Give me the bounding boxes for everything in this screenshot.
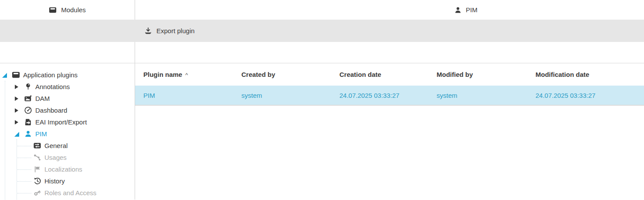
- image-icon: [24, 94, 32, 103]
- column-header-modification-date[interactable]: Modification date: [527, 71, 644, 78]
- plugins-table-panel: Plugin name^ Created by Creation date Mo…: [135, 63, 644, 200]
- flag-icon: [33, 165, 41, 173]
- expanded-expander-icon[interactable]: [14, 131, 19, 137]
- tree-item-general[interactable]: General: [0, 140, 135, 152]
- modules-tree-panel: Application plugins Annotations DAM Dash…: [0, 63, 135, 200]
- column-header-creation-date[interactable]: Creation date: [331, 71, 428, 78]
- tree-item-usages[interactable]: Usages: [0, 152, 135, 163]
- modules-box-icon: [12, 71, 20, 79]
- content-area: Application plugins Annotations DAM Dash…: [0, 63, 644, 200]
- tree-item-history[interactable]: History: [0, 175, 135, 187]
- history-icon: [33, 177, 41, 185]
- tree-item-label: DAM: [35, 95, 50, 102]
- column-header-plugin-name[interactable]: Plugin name^: [135, 71, 233, 78]
- tree-item-label: Roles and Access: [44, 189, 96, 197]
- tree-item-annotations[interactable]: Annotations: [0, 81, 135, 93]
- toolbar: Export plugin: [0, 20, 644, 42]
- modules-box-icon: [49, 6, 57, 14]
- share-icon: [33, 153, 41, 162]
- tree-item-roles-and-access[interactable]: Roles and Access: [0, 187, 135, 199]
- tree-item-label: General: [44, 142, 68, 149]
- modules-tree: Application plugins Annotations DAM Dash…: [0, 69, 135, 199]
- pin-icon: [24, 83, 32, 91]
- tree-item-label: Application plugins: [23, 71, 78, 79]
- person-icon: [454, 6, 462, 14]
- export-plugin-label: Export plugin: [156, 27, 195, 34]
- tree-item-label: Dashboard: [35, 107, 67, 114]
- collapsed-expander-icon[interactable]: [14, 84, 19, 90]
- tree-item-label: History: [44, 177, 65, 185]
- sort-ascending-icon: ^: [185, 72, 188, 78]
- cell-plugin-name: PIM: [135, 92, 233, 99]
- tree-item-dashboard[interactable]: Dashboard: [0, 104, 135, 116]
- column-header-created-by[interactable]: Created by: [233, 71, 331, 78]
- gauge-icon: [24, 106, 32, 114]
- export-plugin-button[interactable]: Export plugin: [144, 27, 195, 35]
- cell-modification-date: 24.07.2025 03:33:27: [527, 92, 644, 99]
- cell-created-by: system: [233, 92, 331, 99]
- detail-panel-title-group: PIM: [454, 0, 478, 20]
- table-row[interactable]: PIMsystem24.07.2025 03:33:27system24.07.…: [135, 86, 644, 106]
- spacer-row: [0, 42, 644, 63]
- person-icon: [24, 130, 32, 138]
- main-spacer: [135, 42, 644, 63]
- table-header-row: Plugin name^ Created by Creation date Mo…: [135, 63, 644, 86]
- modules-panel-header: Modules: [0, 0, 135, 20]
- tree-item-application-plugins[interactable]: Application plugins: [0, 69, 135, 81]
- tree-item-pim[interactable]: PIM: [0, 128, 135, 140]
- tree-item-label: EAI Import/Export: [35, 118, 87, 126]
- collapsed-expander-icon[interactable]: [14, 108, 19, 113]
- modules-panel-title: Modules: [61, 6, 86, 14]
- tree-item-localizations[interactable]: Localizations: [0, 163, 135, 175]
- detail-panel-title: PIM: [466, 6, 478, 14]
- table-body: PIMsystem24.07.2025 03:33:27system24.07.…: [135, 86, 644, 106]
- top-header: Modules PIM: [0, 0, 644, 20]
- sidebar-spacer: [0, 42, 135, 63]
- cell-modified-by: system: [428, 92, 527, 99]
- document-arrow-icon: [24, 118, 32, 126]
- detail-panel-header: PIM: [135, 0, 644, 20]
- tree-item-label: Usages: [44, 154, 67, 161]
- tree-item-eai-import-export[interactable]: EAI Import/Export: [0, 116, 135, 128]
- collapsed-expander-icon[interactable]: [14, 96, 19, 101]
- tree-item-label: Localizations: [44, 166, 82, 173]
- column-header-modified-by[interactable]: Modified by: [428, 71, 527, 78]
- tree-item-label: Annotations: [35, 83, 70, 90]
- download-icon: [144, 27, 152, 35]
- collapsed-expander-icon[interactable]: [14, 120, 19, 125]
- key-icon: [33, 189, 41, 197]
- tree-item-label: PIM: [35, 130, 47, 138]
- cell-creation-date: 24.07.2025 03:33:27: [331, 92, 428, 99]
- swap-icon: [33, 141, 41, 150]
- expanded-expander-icon[interactable]: [2, 72, 7, 78]
- tree-item-dam[interactable]: DAM: [0, 93, 135, 104]
